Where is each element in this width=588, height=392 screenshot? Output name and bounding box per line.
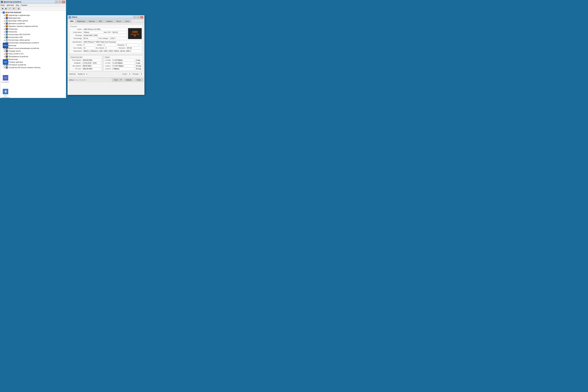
tree-arrow: ▶ xyxy=(4,50,5,52)
list-item[interactable]: ▶ Видеоадаптеры xyxy=(0,17,66,20)
dm-item-label: Контроллеры запоминающих устройств xyxy=(8,42,39,44)
crystaldisk-desktop-icon[interactable]: CrDsk CrystalDisk... xyxy=(1,75,10,83)
dm-menu-help[interactable]: Справка xyxy=(21,4,27,6)
technology-label: Technology xyxy=(70,38,82,39)
tools-dropdown: Tools ▼ xyxy=(112,78,122,82)
selection-select[interactable]: Socket #1 xyxy=(76,72,88,76)
tab-about[interactable]: About xyxy=(123,20,131,23)
sound-icon xyxy=(6,25,8,28)
specification-value: AMD Phenom™ 8450 Triple-Core Processor xyxy=(82,41,142,43)
cpuz-minimize-btn[interactable]: — xyxy=(133,16,136,18)
name-label: Name xyxy=(70,28,82,30)
cpuz-titlebar: ⚙ CPU-Z — □ ✕ xyxy=(68,15,144,19)
list-item[interactable]: ▶ Звуковые, игровые и видеоустройства xyxy=(0,25,66,28)
dm-monitor-btn[interactable]: 🖥 xyxy=(16,7,20,10)
list-item[interactable]: ▶ Системные устройства xyxy=(0,64,66,66)
list-item[interactable]: ▶ Компьютер xyxy=(0,30,66,33)
list-item[interactable]: ▶ Дисководы гибких дисков xyxy=(0,20,66,22)
tools-arrow-btn[interactable]: ▼ xyxy=(120,78,122,82)
list-item[interactable]: ▶ Аудиовходы и аудиовыходы xyxy=(0,14,66,17)
dm-item-label: Программные устройства xyxy=(8,56,28,58)
processor-section: Processor Name AMD Phenom X3 8450 Code N… xyxy=(69,24,143,54)
list-item[interactable]: ▶ Сетевые адаптеры xyxy=(0,61,66,64)
tree-arrow: ▶ xyxy=(4,67,5,68)
list-item[interactable]: ▶ Контроллеры IDE ATA/ATAPI xyxy=(0,33,66,36)
dm-menu-view[interactable]: Вид xyxy=(16,4,19,6)
list-item[interactable]: ▶ Контроллеры USB xyxy=(0,36,66,39)
tab-memory[interactable]: Memory xyxy=(87,20,96,23)
dm-minimize-btn[interactable]: — xyxy=(55,1,58,3)
ht-link-label: HT Link xyxy=(70,68,82,70)
dm-item-label: Сетевые адаптеры xyxy=(8,61,23,63)
list-item[interactable]: ▶ Дисковые устройства xyxy=(0,22,66,25)
dm-root-item[interactable]: ▼ DESKTOP-6S3KUP2 xyxy=(0,11,66,14)
dm-menu-action[interactable]: Действие xyxy=(7,4,14,6)
dm-maximize-btn[interactable]: □ xyxy=(58,1,62,3)
cpuz-maximize-btn[interactable]: □ xyxy=(137,16,140,18)
code-name-label: Code Name xyxy=(70,32,82,33)
max-tdp-label: Max TDP xyxy=(103,32,112,33)
specification-label: Specification xyxy=(70,41,82,43)
list-item[interactable]: ▶ Мониторы xyxy=(0,44,66,47)
dm-props-btn[interactable]: ⚙ xyxy=(12,7,16,10)
name-value: AMD Phenom X3 8450 xyxy=(82,28,127,30)
device-manager-window: Диспетчер устройств — □ ✕ Файл Действие … xyxy=(0,0,66,98)
list-item[interactable]: ▶ Порты (COM и LPT) xyxy=(0,52,66,55)
this-computer-desktop-icon[interactable]: 🖥 Этот компьютер xyxy=(1,89,10,98)
dm-toolbar: ◀ ▶ ? ⚙ 🖥 xyxy=(0,7,66,10)
dm-back-btn[interactable]: ◀ xyxy=(1,7,4,10)
crystaldisk-icon-label: CrystalDisk... xyxy=(1,81,10,83)
list-item[interactable]: ▶ Устройства HID (Human Interface Device… xyxy=(0,66,66,69)
list-item[interactable]: ▶ Процессоры xyxy=(0,58,66,61)
list-item[interactable]: ▶ Контроллеры запоминающих устройств xyxy=(0,42,66,44)
dm-menu-file[interactable]: Файл xyxy=(1,4,5,6)
cpuz-version: Ver. 2.01.0.x64 xyxy=(76,79,111,81)
display-icon xyxy=(6,17,8,19)
core-speed-label: Core Speed xyxy=(70,59,82,61)
max-tdp-value: 96.6 W xyxy=(112,31,127,34)
floppy2-icon xyxy=(6,39,8,41)
tab-graphics[interactable]: Graphics xyxy=(104,20,114,23)
validate-button[interactable]: Validate xyxy=(124,78,134,82)
list-item[interactable]: ▶ Клавиатуры xyxy=(0,28,66,30)
model-label: Model xyxy=(96,44,103,46)
tools-button[interactable]: Tools xyxy=(112,78,120,82)
dm-close-btn[interactable]: ✕ xyxy=(62,1,65,3)
multiplier-value: x 5.25 (5.25 - 10.5) xyxy=(82,62,101,64)
cpuz-desktop-icon[interactable]: CPU-Z CPU-Z xyxy=(1,43,10,50)
tab-mainboard[interactable]: Mainboard xyxy=(76,20,87,23)
this-computer-icon-img: 🖥 xyxy=(3,89,8,94)
speccy-desktop-icon[interactable]: Spec Speccy xyxy=(1,59,10,67)
processor-section-title: Processor xyxy=(70,26,142,27)
cpuz-title-icon: ⚙ xyxy=(69,16,71,18)
close-button[interactable]: Close xyxy=(134,78,143,82)
dm-help-btn[interactable]: ? xyxy=(8,7,11,10)
cpuz-tabs: CPU Mainboard Memory SPD Graphics Bench … xyxy=(68,19,144,23)
usb-icon xyxy=(6,36,8,38)
tab-cpu[interactable]: CPU xyxy=(68,20,75,23)
list-item[interactable]: ▶ Контроллеры гибких дисков xyxy=(0,39,66,42)
tree-arrow: ▶ xyxy=(4,39,5,41)
technology-value: 65 nm xyxy=(82,37,98,40)
cpuz-close-btn[interactable]: ✕ xyxy=(140,16,143,18)
amd-logo-badge: 64 xyxy=(134,35,136,36)
package-label: Package xyxy=(70,34,82,36)
tree-arrow: ▶ xyxy=(4,36,5,38)
core-voltage-value: 1.232 V xyxy=(109,37,127,40)
bus-speed-label: Bus Speed xyxy=(70,65,82,67)
tab-bench[interactable]: Bench xyxy=(115,20,123,23)
dm-forward-btn[interactable]: ▶ xyxy=(4,7,8,10)
list-item[interactable]: ▶ Мыши и иные указывающие устройства xyxy=(0,47,66,50)
stepping-value: 3 xyxy=(125,44,138,46)
dm-item-label: Звуковые, игровые и видеоустройства xyxy=(8,25,38,27)
crystaldisk-icon-img: CrDsk xyxy=(3,75,8,80)
dm-menubar: Файл Действие Вид Справка xyxy=(0,4,66,7)
tree-arrow: ▶ xyxy=(4,20,5,22)
list-item[interactable]: ▶ Программные устройства xyxy=(0,55,66,58)
clocks-section: Clocks (Core #0) Core Speed 1054.83 MHz … xyxy=(69,55,102,72)
dm-item-label: Устройства HID (Human Interface Devices) xyxy=(8,66,40,68)
list-item[interactable]: ▶ Очереди печати xyxy=(0,50,66,52)
tab-spd[interactable]: SPD xyxy=(97,20,104,23)
selection-box: Selection Socket #1 xyxy=(69,72,88,76)
dm-item-label: Контроллеры IDE ATA/ATAPI xyxy=(8,34,30,36)
